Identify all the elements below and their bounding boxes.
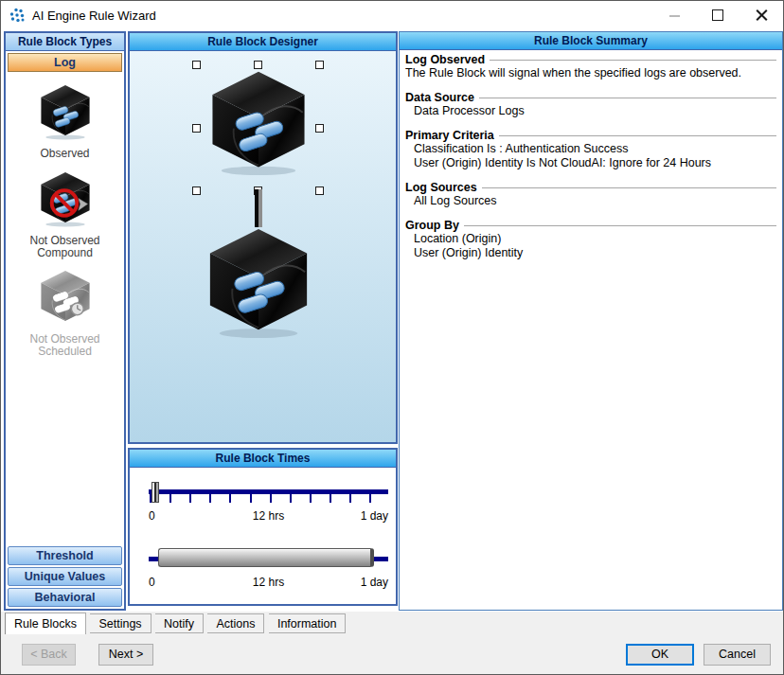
unique-values-category-button[interactable]: Unique Values [8,567,122,586]
behavioral-category-button[interactable]: Behavioral [8,588,122,607]
slider-labels: 0 12 hrs 1 day [149,576,388,589]
summary-body: Log Observed The Rule Block will signal … [400,50,782,260]
tab-rule-blocks[interactable]: Rule Blocks [5,613,86,635]
ai-engine-rule-wizard-window: AI Engine Rule Wizard Rule Block Types L… [0,0,784,675]
back-button[interactable]: < Back [22,644,76,666]
rule-block-types-header: Rule Block Types [6,33,124,51]
section-line: Data Processor Logs [405,104,776,118]
rule-block-summary-header: Rule Block Summary [400,32,782,50]
rule-block-designer-panel: Rule Block Designer [128,31,398,444]
app-logo-icon [9,8,26,24]
tab-actions[interactable]: Actions [207,613,264,633]
rule-type-not-observed-scheduled[interactable]: Not Observed Scheduled [6,268,124,358]
selection-handle[interactable] [315,124,324,133]
tab-notify[interactable]: Notify [155,613,204,633]
maximize-icon [712,9,723,21]
tab-information[interactable]: Information [269,613,347,633]
selection-handle[interactable] [315,61,324,69]
tab-settings[interactable]: Settings [90,613,151,633]
time-slider-range[interactable]: 0 12 hrs 1 day [130,542,396,595]
minimize-button[interactable] [652,1,696,30]
summary-section-group-by: Group By Location (Origin) User (Origin)… [405,219,776,260]
next-button[interactable]: Next > [98,644,153,666]
summary-section-primary-criteria: Primary Criteria Classification Is : Aut… [405,129,776,170]
rule-type-not-observed-compound[interactable]: Not Observed Compound [6,169,124,259]
rule-type-label: Observed [6,148,124,160]
rule-block-node-selected[interactable] [205,66,312,178]
section-title: Data Source [405,91,474,104]
rule-block-summary-panel: Rule Block Summary Log Observed The Rule… [399,31,783,611]
summary-section-log-observed: Log Observed The Rule Block will signal … [405,53,776,80]
maximize-button[interactable] [696,1,739,30]
rule-block-designer-header: Rule Block Designer [130,33,396,51]
designer-canvas[interactable] [130,51,396,442]
section-title: Log Observed [405,53,485,66]
section-line: User (Origin) Identity [405,246,776,260]
rule-block-types-panel: Rule Block Types Log Observed Not Observ… [4,31,126,611]
rule-category-buttons: Threshold Unique Values Behavioral [8,544,122,607]
minimize-icon [669,15,680,17]
rule-type-label: Not Observed Scheduled [13,333,117,358]
summary-section-data-source: Data Source Data Processor Logs [405,91,776,118]
section-divider [482,187,776,188]
rule-type-label: Not Observed Compound [13,235,117,259]
selection-handle[interactable] [192,124,201,133]
section-line: Classification Is : Authentication Succe… [405,142,776,156]
tick-label: 1 day [361,576,388,589]
section-line: User (Origin) Identity Is Not CloudAI: I… [405,156,776,170]
slider-ticks [150,494,388,503]
tick-label: 12 hrs [253,576,284,589]
section-title: Log Sources [405,181,477,194]
section-divider [479,98,776,98]
titlebar: AI Engine Rule Wizard [1,1,783,30]
selection-handle[interactable] [315,187,324,195]
section-title: Primary Criteria [405,129,494,142]
tick-label: 12 hrs [253,509,284,523]
slider-labels: 0 12 hrs 1 day [149,509,388,523]
selection-handle[interactable] [192,187,201,195]
observed-cube-icon [37,82,94,141]
range-slider-bar[interactable] [158,548,374,567]
close-button[interactable] [739,1,783,30]
section-line: Location (Origin) [405,232,776,246]
tick-label: 0 [149,576,155,589]
rule-block-node[interactable] [203,223,314,341]
not-observed-compound-cube-icon [37,169,94,228]
block-connector-line [255,189,262,227]
rule-block-times-header: Rule Block Times [130,450,396,468]
log-category-button[interactable]: Log [8,53,122,72]
time-slider-point[interactable]: 0 12 hrs 1 day [130,481,396,534]
section-divider [499,135,776,136]
summary-section-log-sources: Log Sources All Log Sources [405,181,776,208]
ok-button[interactable]: OK [626,644,694,666]
not-observed-scheduled-cube-icon [37,268,94,327]
section-line: The Rule Block will signal when the spec… [405,66,776,80]
rule-block-times-panel: Rule Block Times 0 12 hrs 1 day 0 12 hrs… [128,448,398,606]
tick-label: 0 [149,509,155,523]
window-title: AI Engine Rule Wizard [32,1,156,30]
threshold-category-button[interactable]: Threshold [8,546,122,565]
window-controls [652,1,783,30]
section-line: All Log Sources [405,194,776,208]
selection-handle[interactable] [192,61,201,69]
tick-label: 1 day [361,509,388,523]
wizard-tabstrip: Rule Blocks Settings Notify Actions Info… [1,612,783,634]
section-divider [464,225,776,226]
cancel-button[interactable]: Cancel [704,644,771,666]
slider-thumb[interactable] [151,482,159,503]
section-divider [490,60,776,61]
footer-bar: < Back Next > OK Cancel [1,634,783,674]
rule-type-observed[interactable]: Observed [6,82,124,160]
section-title: Group By [405,219,459,232]
